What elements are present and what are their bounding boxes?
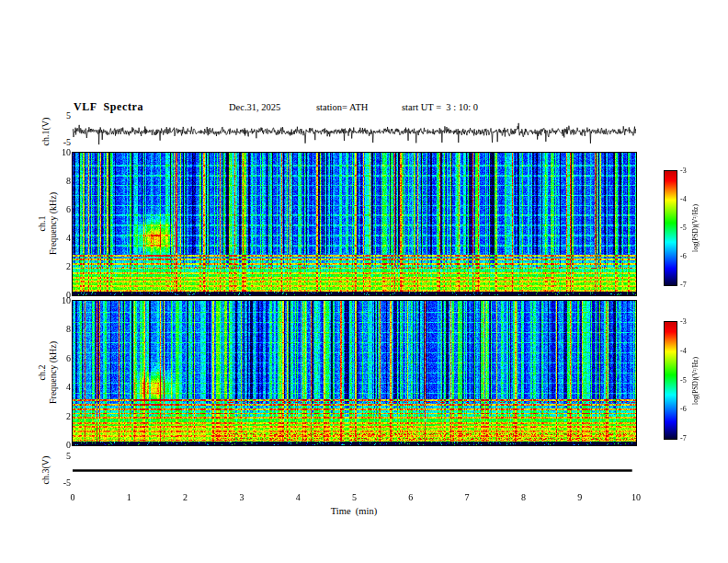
- tick-label: 2: [40, 262, 71, 271]
- tick-label: 6: [40, 205, 71, 214]
- tick-label: 5: [341, 493, 369, 502]
- colorbar-2: [665, 322, 677, 439]
- tick-label: 0: [59, 493, 86, 502]
- colorbar2-label: log(PSD)(V²/Hz): [692, 357, 700, 405]
- tick-label: -6: [680, 253, 687, 260]
- tick-label: -6: [680, 406, 687, 413]
- tick-label: 4: [284, 493, 312, 502]
- tick-label: 8: [40, 177, 71, 186]
- tick-label: 9: [566, 493, 594, 502]
- plot-title: VLF Spectra: [74, 100, 143, 114]
- tick-label: 10: [40, 296, 71, 305]
- tick-label: 0: [40, 441, 71, 450]
- axis-label-line: ch.2: [37, 341, 48, 404]
- tick-label: 6: [397, 493, 425, 502]
- ch2-spectrogram: [73, 301, 636, 445]
- station-label: station= ATH: [316, 102, 368, 112]
- tick-label: 4: [40, 383, 71, 392]
- start-ut-label: start UT = 3 : 10: 0: [402, 102, 478, 112]
- date-label: Dec.31, 2025: [229, 102, 280, 112]
- tick-label: 3: [228, 493, 256, 502]
- vlf-spectra-figure: VLF Spectra Dec.31, 2025 station= ATH st…: [0, 0, 728, 563]
- axis-label-line: Frequency (kHz): [47, 192, 58, 255]
- tick-label: -7: [680, 282, 687, 289]
- tick-label: 10: [40, 148, 71, 157]
- tick-label: -3: [680, 167, 687, 175]
- colorbar1-label: log(PSD)(V²/Hz): [692, 204, 700, 252]
- tick-label: -7: [680, 435, 687, 442]
- axis-label-line: ch.1: [37, 192, 48, 255]
- tick-label: -5: [680, 224, 687, 232]
- tick-label: 10: [622, 493, 650, 502]
- tick-label: -5: [680, 377, 687, 385]
- tick-label: -5: [40, 478, 71, 488]
- tick-label: -4: [680, 348, 687, 355]
- tick-label: 8: [40, 325, 71, 334]
- tick-label: 7: [453, 493, 481, 502]
- tick-label: 1: [115, 493, 142, 502]
- tick-label: -3: [680, 318, 687, 326]
- tick-label: 6: [40, 354, 71, 363]
- tick-label: -5: [40, 138, 71, 147]
- tick-label: 5: [40, 111, 71, 121]
- tick-label: 2: [172, 493, 199, 502]
- ch1-waveform-plot: [73, 114, 636, 149]
- colorbar-1: [665, 171, 677, 285]
- tick-label: 2: [40, 412, 71, 421]
- ch3-waveform-plot: [73, 450, 636, 491]
- tick-label: 4: [40, 234, 71, 243]
- tick-label: 8: [509, 493, 537, 502]
- ch2-frequency-axis-label: ch.2 Frequency (kHz): [37, 341, 58, 404]
- ch1-spectrogram: [73, 153, 636, 295]
- time-axis-label: Time (min): [331, 506, 377, 516]
- tick-label: -4: [680, 196, 687, 203]
- tick-label: 5: [40, 452, 71, 461]
- axis-label-line: Frequency (kHz): [47, 341, 58, 404]
- ch1-frequency-axis-label: ch.1 Frequency (kHz): [37, 192, 58, 255]
